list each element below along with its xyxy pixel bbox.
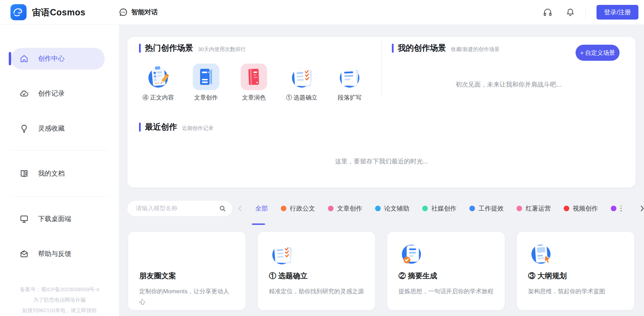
search-input[interactable]	[135, 205, 219, 212]
accent-bar	[139, 123, 141, 132]
checklist-icon	[269, 241, 295, 267]
model-cards-row: 朋友圈文案 定制你的Moments，让分享更动人心 ① 选题确立	[128, 232, 634, 310]
checklist-icon	[288, 64, 315, 90]
search-icon[interactable]	[219, 205, 226, 212]
sidebar-item-label: 帮助与反馈	[38, 249, 71, 258]
active-tab-underline	[252, 223, 265, 225]
mail-icon	[20, 249, 29, 258]
cloud-check-icon	[20, 89, 29, 98]
recent-empty-text: 这里，要留存下我们最近的时光...	[127, 157, 636, 166]
category-dot	[611, 206, 616, 211]
hot-scenes-header: 热门创作场景 30天内使用次数排行	[139, 43, 246, 53]
paragraph-icon	[336, 64, 363, 90]
my-scenes-empty-text: 初次见面，未来让我和你并肩战斗吧...	[381, 80, 636, 89]
recent-subtitle: 近期创作记录	[182, 125, 213, 132]
card-description: 提炼思想，一句话开启你的学术旅程	[398, 286, 493, 297]
sidebar-item-inspiration-favorites[interactable]: 灵感收藏	[11, 118, 105, 139]
tab-clipped[interactable]: 开题报告	[611, 204, 622, 213]
bulb-icon	[20, 124, 29, 133]
tab-video-creation[interactable]: 视频创作	[564, 204, 598, 213]
card-topic-select[interactable]: ① 选题确立 精准定位，助你找到研究的灵感之源	[258, 232, 375, 310]
my-scenes-title: 我的创作场景	[398, 43, 446, 53]
notification-bell-icon[interactable]	[566, 8, 575, 17]
custom-scene-button[interactable]: + 自定义场景	[576, 45, 620, 61]
top-header: 宙语Cosmos 智能对话 登录/注册	[0, 0, 644, 25]
category-dot	[517, 206, 522, 211]
my-scenes-header: 我的创作场景 收藏/新建的创作场景	[392, 43, 499, 53]
monitor-icon	[20, 214, 29, 223]
hot-item-label: 段落扩写	[338, 94, 361, 102]
tab-label: 行政公文	[290, 204, 315, 213]
category-dot	[564, 206, 569, 211]
tab-label: 视频创作	[573, 204, 598, 213]
nav-smart-chat[interactable]: 智能对话	[119, 0, 158, 24]
category-dot	[422, 206, 428, 211]
hot-scenes-row: ④ 正文内容 文章创作	[137, 64, 371, 102]
tab-label: 全部	[255, 204, 268, 213]
sidebar-item-help-feedback[interactable]: 帮助与反馈	[11, 243, 105, 265]
card-abstract-generate[interactable]: ② 摘要生成 提炼思想，一句话开启你的学术旅程	[387, 232, 505, 310]
sidebar-item-my-documents[interactable]: 我的文档	[11, 163, 105, 184]
category-dot	[469, 206, 475, 211]
hot-item-article-polish[interactable]: 文章润色	[233, 64, 275, 102]
sidebar-item-label: 我的文档	[38, 169, 65, 178]
brand-title[interactable]: 宙语Cosmos	[32, 7, 86, 18]
hot-item-topic-select[interactable]: ① 选题确立	[281, 64, 323, 102]
accent-bar	[139, 44, 141, 53]
hot-item-article-create[interactable]: 文章创作	[185, 64, 227, 102]
app-logo-icon[interactable]	[10, 4, 27, 20]
sidebar-item-label: 灵感收藏	[38, 124, 65, 133]
section-vertical-divider	[381, 41, 382, 97]
tab-label: 社媒创作	[431, 204, 456, 213]
card-description: 架构思维，筑起你的学术蓝图	[528, 286, 623, 297]
card-title: ③ 大纲规划	[528, 271, 623, 281]
card-moments-copy[interactable]: 朋友圈文案 定制你的Moments，让分享更动人心	[128, 232, 246, 310]
tab-label: 论文辅助	[384, 204, 409, 213]
card-outline-plan[interactable]: ③ 大纲规划 架构思维，筑起你的学术蓝图	[517, 232, 634, 310]
hot-item-main-text[interactable]: ④ 正文内容	[137, 64, 179, 102]
documents-icon	[20, 169, 29, 178]
red-book-icon	[241, 64, 267, 90]
tab-article-writing[interactable]: 文章创作	[328, 204, 362, 213]
tab-all[interactable]: 全部	[255, 204, 268, 213]
icp-line: 为了防范电信网络诈骗	[0, 295, 119, 305]
home-icon	[20, 54, 29, 63]
sidebar-item-label: 创作记录	[38, 89, 65, 98]
sidebar-item-creation-center[interactable]: 创作中心	[11, 48, 105, 69]
tab-work-efficiency[interactable]: 工作提效	[469, 204, 504, 213]
login-register-button[interactable]: 登录/注册	[597, 5, 638, 20]
main-content: 热门创作场景 30天内使用次数排行	[119, 24, 644, 316]
card-description: 精准定位，助你找到研究的灵感之源	[269, 286, 364, 297]
icp-line: 备案号：蜀ICP备2023039559号-4	[0, 284, 119, 295]
hot-item-paragraph-expand[interactable]: 段落扩写	[329, 64, 371, 102]
chevron-right-icon[interactable]	[625, 201, 644, 216]
sidebar-item-download-desktop[interactable]: 下载桌面端	[11, 208, 105, 230]
category-dot	[281, 206, 286, 211]
chevron-left-icon[interactable]	[237, 205, 242, 212]
sidebar-item-creation-records[interactable]: 创作记录	[11, 83, 105, 104]
category-tabs: 全部 行政公文 文章创作 论文辅助 社媒创作 工作提效 红薯运营 视频创作	[237, 201, 622, 216]
sidebar-item-label: 创作中心	[38, 54, 65, 63]
card-title: ② 摘要生成	[398, 271, 493, 281]
accent-bar	[392, 44, 394, 53]
card-title: 朋友圈文案	[139, 271, 234, 281]
tab-admin-docs[interactable]: 行政公文	[281, 204, 315, 213]
icp-footer: 备案号：蜀ICP备2023039559号-4 为了防范电信网络诈骗 如接到962…	[0, 284, 119, 316]
chat-bubble-icon	[119, 8, 128, 17]
tab-thesis-assist[interactable]: 论文辅助	[375, 204, 409, 213]
headphones-icon[interactable]	[543, 7, 552, 17]
sidebar-item-label: 下载桌面端	[38, 214, 71, 223]
recent-header: 最近创作 近期创作记录	[139, 122, 213, 132]
model-search-box	[127, 201, 232, 216]
tab-label: 文章创作	[337, 204, 362, 213]
category-dot	[375, 206, 381, 211]
hot-item-label: ④ 正文内容	[142, 94, 174, 102]
tab-social-media[interactable]: 社媒创作	[422, 204, 456, 213]
clipboard-pencil-icon	[145, 64, 171, 90]
card-title: ① 选题确立	[269, 271, 364, 281]
sidebar: 创作中心 创作记录 灵感收藏 我的文档	[0, 24, 119, 316]
hot-item-label: 文章创作	[194, 94, 218, 102]
summary-check-icon	[398, 241, 424, 267]
tab-hongshu-ops[interactable]: 红薯运营	[517, 204, 551, 213]
blue-book-icon	[193, 64, 219, 90]
